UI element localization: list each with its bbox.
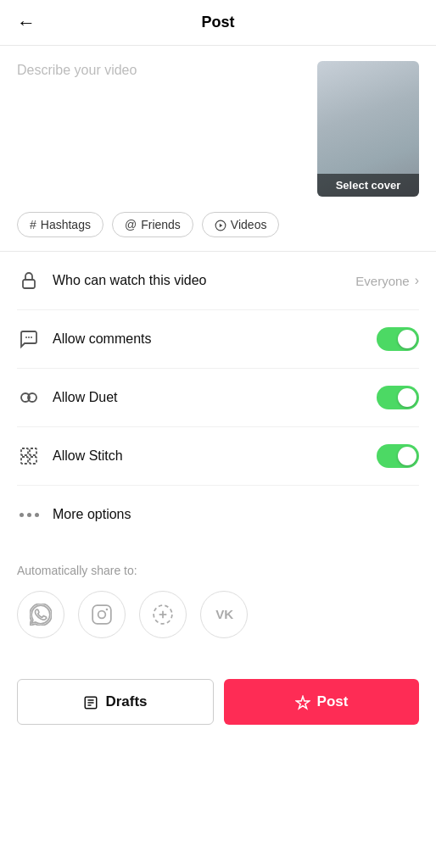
add-platform-button[interactable] xyxy=(139,591,187,638)
autoshare-section: Automatically share to: xyxy=(0,543,436,648)
svg-point-5 xyxy=(31,337,32,338)
dot-3 xyxy=(35,513,39,517)
toggle-knob xyxy=(398,330,416,348)
svg-rect-11 xyxy=(30,457,36,464)
stitch-icon xyxy=(17,444,41,468)
allow-stitch-toggle[interactable] xyxy=(377,444,419,468)
svg-rect-20 xyxy=(88,699,95,701)
instagram-button[interactable] xyxy=(78,591,126,638)
friends-button[interactable]: @ Friends xyxy=(112,212,193,237)
drafts-label: Drafts xyxy=(105,693,147,710)
tags-row: # Hashtags @ Friends Videos xyxy=(0,212,436,251)
cover-thumbnail[interactable]: Select cover xyxy=(317,61,419,197)
svg-point-4 xyxy=(28,337,30,338)
back-button[interactable]: ← xyxy=(17,12,36,34)
svg-rect-22 xyxy=(88,704,92,706)
toggle-knob-stitch xyxy=(398,447,416,465)
settings-section: Who can watch this video Everyone › Allo… xyxy=(0,252,436,543)
at-icon: @ xyxy=(125,218,137,231)
autoshare-label: Automatically share to: xyxy=(17,564,419,577)
post-button[interactable]: Post xyxy=(224,679,419,725)
share-icons-row: VK xyxy=(17,591,419,638)
hashtags-button[interactable]: # Hashtags xyxy=(17,212,103,237)
drafts-icon xyxy=(83,693,98,710)
video-section: Describe your video Select cover xyxy=(0,46,436,212)
videos-label: Videos xyxy=(231,218,267,231)
allow-stitch-row: Allow Stitch xyxy=(17,427,419,486)
more-options-row[interactable]: More options xyxy=(17,486,419,543)
play-icon xyxy=(215,218,226,231)
bottom-bar: Drafts Post xyxy=(0,665,436,738)
header: ← Post xyxy=(0,0,436,46)
svg-rect-12 xyxy=(92,605,111,624)
svg-point-3 xyxy=(25,337,27,338)
allow-duet-row: Allow Duet xyxy=(17,369,419,427)
svg-rect-21 xyxy=(88,702,95,704)
svg-rect-8 xyxy=(21,448,28,455)
whatsapp-button[interactable] xyxy=(17,591,64,638)
who-can-watch-right: Everyone › xyxy=(355,273,419,288)
allow-comments-row: Allow comments xyxy=(17,310,419,369)
lock-icon xyxy=(17,269,41,292)
more-options-label: More options xyxy=(53,507,419,522)
vk-button[interactable]: VK xyxy=(200,591,248,638)
dot-2 xyxy=(27,513,31,517)
cover-overlay-label: Select cover xyxy=(317,174,419,197)
friends-label: Friends xyxy=(141,218,181,231)
chevron-icon: › xyxy=(415,273,419,288)
svg-point-14 xyxy=(106,609,109,611)
videos-button[interactable]: Videos xyxy=(202,212,280,237)
hashtag-icon: # xyxy=(30,218,36,231)
who-can-watch-row[interactable]: Who can watch this video Everyone › xyxy=(17,252,419,310)
post-label: Post xyxy=(317,693,349,710)
svg-text:VK: VK xyxy=(215,608,233,622)
page-title: Post xyxy=(201,14,234,31)
toggle-knob-duet xyxy=(398,388,416,407)
more-options-icon xyxy=(17,503,41,526)
who-can-watch-label: Who can watch this video xyxy=(53,273,344,288)
svg-rect-9 xyxy=(30,448,36,455)
allow-duet-label: Allow Duet xyxy=(53,390,365,405)
drafts-button[interactable]: Drafts xyxy=(17,679,214,725)
comment-icon xyxy=(17,327,41,351)
svg-point-13 xyxy=(98,611,106,619)
post-sparkle-icon xyxy=(295,693,310,710)
hashtags-label: Hashtags xyxy=(41,218,91,231)
svg-rect-10 xyxy=(21,457,28,464)
allow-duet-toggle[interactable] xyxy=(377,386,419,409)
dot-1 xyxy=(20,513,24,517)
description-area[interactable]: Describe your video xyxy=(17,61,307,197)
allow-comments-label: Allow comments xyxy=(53,331,365,347)
description-placeholder: Describe your video xyxy=(17,63,137,77)
allow-stitch-label: Allow Stitch xyxy=(53,448,365,464)
who-can-watch-value: Everyone xyxy=(355,274,409,288)
allow-comments-toggle[interactable] xyxy=(377,327,419,351)
svg-marker-1 xyxy=(220,224,223,228)
duet-icon xyxy=(17,386,41,409)
svg-rect-2 xyxy=(23,280,35,288)
